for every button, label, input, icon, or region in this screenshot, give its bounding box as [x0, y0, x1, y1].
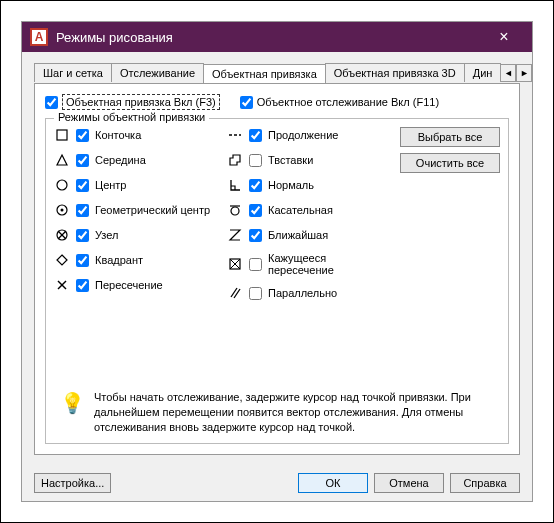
hint-row: 💡 Чтобы начать отслеживание, задержите к… [54, 382, 500, 435]
tab-panel: Объектная привязка Вкл (F3) Объектное от… [34, 84, 520, 455]
select-all-button[interactable]: Выбрать все [400, 127, 500, 147]
app-icon [30, 28, 48, 46]
snap-nearest: Ближайшая [227, 227, 388, 243]
midpoint-icon [54, 152, 70, 168]
hint-text: Чтобы начать отслеживание, задержите кур… [94, 390, 494, 435]
help-button[interactable]: Справка [450, 473, 520, 493]
osnap-on-label: Объектная привязка Вкл (F3) [62, 94, 220, 110]
node-icon [54, 227, 70, 243]
ok-button[interactable]: ОК [298, 473, 368, 493]
tangent-label: Касательная [268, 204, 333, 216]
center-checkbox[interactable] [76, 179, 89, 192]
svg-rect-0 [57, 130, 67, 140]
tab-step-grid[interactable]: Шаг и сетка [34, 63, 112, 82]
midpoint-label: Середина [95, 154, 146, 166]
otrack-on-input[interactable] [240, 96, 253, 109]
intersection-label: Пересечение [95, 279, 163, 291]
snap-quadrant: Квадрант [54, 252, 215, 268]
snap-midpoint: Середина [54, 152, 215, 168]
center-icon [54, 177, 70, 193]
tangent-checkbox[interactable] [249, 204, 262, 217]
tab-dyn[interactable]: Дин [464, 63, 502, 82]
snap-endpoint: Конточка [54, 127, 215, 143]
tab-tracking[interactable]: Отслеживание [111, 63, 204, 82]
snap-node: Узел [54, 227, 215, 243]
endpoint-label: Конточка [95, 129, 141, 141]
quadrant-checkbox[interactable] [76, 254, 89, 267]
tab-scroll-left-icon[interactable]: ◄ [500, 64, 516, 82]
apparent-checkbox[interactable] [249, 258, 262, 271]
nearest-checkbox[interactable] [249, 229, 262, 242]
snap-tangent: Касательная [227, 202, 388, 218]
nearest-label: Ближайшая [268, 229, 328, 241]
clear-all-button[interactable]: Очистить все [400, 153, 500, 173]
svg-point-1 [57, 180, 67, 190]
endpoint-checkbox[interactable] [76, 129, 89, 142]
intersection-icon [54, 277, 70, 293]
cancel-button[interactable]: Отмена [374, 473, 444, 493]
extension-checkbox[interactable] [249, 129, 262, 142]
snap-modes-legend: Режимы объектной привязки [54, 111, 209, 123]
apparent-icon [227, 256, 243, 272]
tab-object-snap-3d[interactable]: Объектная привязка 3D [325, 63, 465, 82]
quadrant-icon [54, 252, 70, 268]
geocenter-icon [54, 202, 70, 218]
insertion-icon [227, 152, 243, 168]
geocenter-checkbox[interactable] [76, 204, 89, 217]
settings-button[interactable]: Настройка... [34, 473, 111, 493]
perpendicular-checkbox[interactable] [249, 179, 262, 192]
tangent-icon [227, 202, 243, 218]
tab-scroll-right-icon[interactable]: ► [516, 64, 532, 82]
insertion-checkbox[interactable] [249, 154, 262, 167]
insertion-label: Твставки [268, 154, 313, 166]
osnap-on-checkbox[interactable]: Объектная привязка Вкл (F3) [45, 94, 220, 110]
endpoint-icon [54, 127, 70, 143]
snap-geocenter: Геометрический центр [54, 202, 215, 218]
perpendicular-label: Нормаль [268, 179, 314, 191]
otrack-on-checkbox[interactable]: Объектное отслеживание Вкл (F11) [240, 94, 439, 110]
extension-label: Продолжение [268, 129, 338, 141]
snap-center: Центр [54, 177, 215, 193]
snap-extension: Продолжение [227, 127, 388, 143]
node-label: Узел [95, 229, 118, 241]
close-icon[interactable]: × [484, 28, 524, 46]
parallel-checkbox[interactable] [249, 287, 262, 300]
node-checkbox[interactable] [76, 229, 89, 242]
snap-modes-group: Режимы объектной привязки КонточкаСереди… [45, 118, 509, 444]
snap-perpendicular: Нормаль [227, 177, 388, 193]
dialog-footer: Настройка... ОК Отмена Справка [22, 465, 532, 501]
perpendicular-icon [227, 177, 243, 193]
midpoint-checkbox[interactable] [76, 154, 89, 167]
nearest-icon [227, 227, 243, 243]
window-title: Режимы рисования [56, 30, 484, 45]
quadrant-label: Квадрант [95, 254, 143, 266]
geocenter-label: Геометрический центр [95, 204, 210, 216]
snap-intersection: Пересечение [54, 277, 215, 293]
center-label: Центр [95, 179, 127, 191]
parallel-icon [227, 285, 243, 301]
otrack-on-label: Объектное отслеживание Вкл (F11) [257, 96, 439, 108]
osnap-on-input[interactable] [45, 96, 58, 109]
svg-point-3 [61, 209, 64, 212]
intersection-checkbox[interactable] [76, 279, 89, 292]
apparent-label: Кажущееся пересечение [268, 252, 388, 276]
lightbulb-icon: 💡 [60, 390, 84, 435]
titlebar: Режимы рисования × [22, 22, 532, 52]
extension-icon [227, 127, 243, 143]
snap-apparent: Кажущееся пересечение [227, 252, 388, 276]
tab-object-snap[interactable]: Объектная привязка [203, 64, 326, 83]
snap-insertion: Твставки [227, 152, 388, 168]
tab-strip: Шаг и сетка Отслеживание Объектная привя… [34, 62, 520, 84]
dialog: Режимы рисования × Шаг и сетка Отслежива… [21, 21, 533, 502]
snap-parallel: Параллельно [227, 285, 388, 301]
svg-point-12 [231, 207, 239, 215]
parallel-label: Параллельно [268, 287, 337, 299]
